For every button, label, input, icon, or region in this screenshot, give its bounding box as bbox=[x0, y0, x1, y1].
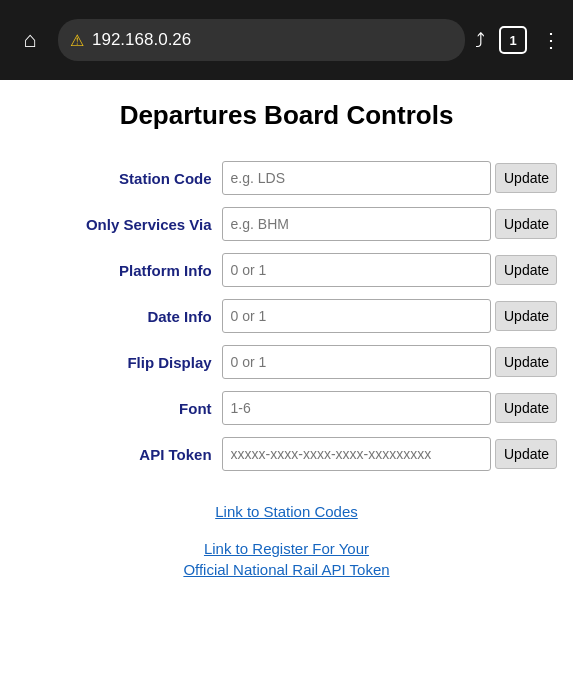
table-row: FontUpdate bbox=[16, 385, 557, 431]
update-cell-1: Update bbox=[495, 201, 557, 247]
input-cell-2 bbox=[222, 247, 495, 293]
warning-icon: ⚠ bbox=[70, 31, 84, 50]
input-cell-1 bbox=[222, 201, 495, 247]
address-bar[interactable]: ⚠ 192.168.0.26 bbox=[58, 19, 465, 61]
update-cell-3: Update bbox=[495, 293, 557, 339]
table-row: Platform InfoUpdate bbox=[16, 247, 557, 293]
update-button-3[interactable]: Update bbox=[495, 301, 557, 331]
label-0: Station Code bbox=[16, 155, 222, 201]
page-content: Departures Board Controls Station CodeUp… bbox=[0, 80, 573, 610]
input-field-5[interactable] bbox=[222, 391, 491, 425]
update-button-6[interactable]: Update bbox=[495, 439, 557, 469]
update-cell-6: Update bbox=[495, 431, 557, 477]
update-cell-5: Update bbox=[495, 385, 557, 431]
label-3: Date Info bbox=[16, 293, 222, 339]
label-4: Flip Display bbox=[16, 339, 222, 385]
chrome-actions: ⤴ 1 ⋮ bbox=[475, 26, 561, 54]
register-link[interactable]: Link to Register For YourOfficial Nation… bbox=[183, 538, 389, 580]
controls-table: Station CodeUpdateOnly Services ViaUpdat… bbox=[16, 155, 557, 477]
tab-badge[interactable]: 1 bbox=[499, 26, 527, 54]
station-codes-link[interactable]: Link to Station Codes bbox=[215, 501, 358, 522]
update-button-5[interactable]: Update bbox=[495, 393, 557, 423]
share-icon[interactable]: ⤴ bbox=[475, 29, 485, 52]
update-button-1[interactable]: Update bbox=[495, 209, 557, 239]
update-button-2[interactable]: Update bbox=[495, 255, 557, 285]
table-row: Only Services ViaUpdate bbox=[16, 201, 557, 247]
tab-count: 1 bbox=[509, 33, 516, 48]
links-section: Link to Station Codes Link to Register F… bbox=[16, 501, 557, 580]
label-5: Font bbox=[16, 385, 222, 431]
label-2: Platform Info bbox=[16, 247, 222, 293]
update-cell-0: Update bbox=[495, 155, 557, 201]
table-row: Flip DisplayUpdate bbox=[16, 339, 557, 385]
input-field-0[interactable] bbox=[222, 161, 491, 195]
input-cell-6 bbox=[222, 431, 495, 477]
browser-chrome: ⌂ ⚠ 192.168.0.26 ⤴ 1 ⋮ bbox=[0, 0, 573, 80]
input-cell-0 bbox=[222, 155, 495, 201]
input-field-4[interactable] bbox=[222, 345, 491, 379]
input-cell-3 bbox=[222, 293, 495, 339]
label-6: API Token bbox=[16, 431, 222, 477]
input-cell-4 bbox=[222, 339, 495, 385]
update-button-4[interactable]: Update bbox=[495, 347, 557, 377]
label-1: Only Services Via bbox=[16, 201, 222, 247]
input-field-1[interactable] bbox=[222, 207, 491, 241]
home-icon: ⌂ bbox=[23, 27, 36, 53]
page-title: Departures Board Controls bbox=[16, 100, 557, 131]
input-field-3[interactable] bbox=[222, 299, 491, 333]
update-cell-4: Update bbox=[495, 339, 557, 385]
input-field-6[interactable] bbox=[222, 437, 491, 471]
update-button-0[interactable]: Update bbox=[495, 163, 557, 193]
home-button[interactable]: ⌂ bbox=[12, 22, 48, 58]
input-field-2[interactable] bbox=[222, 253, 491, 287]
address-text: 192.168.0.26 bbox=[92, 30, 191, 50]
menu-icon[interactable]: ⋮ bbox=[541, 28, 561, 52]
table-row: Station CodeUpdate bbox=[16, 155, 557, 201]
input-cell-5 bbox=[222, 385, 495, 431]
table-row: Date InfoUpdate bbox=[16, 293, 557, 339]
table-row: API TokenUpdate bbox=[16, 431, 557, 477]
update-cell-2: Update bbox=[495, 247, 557, 293]
